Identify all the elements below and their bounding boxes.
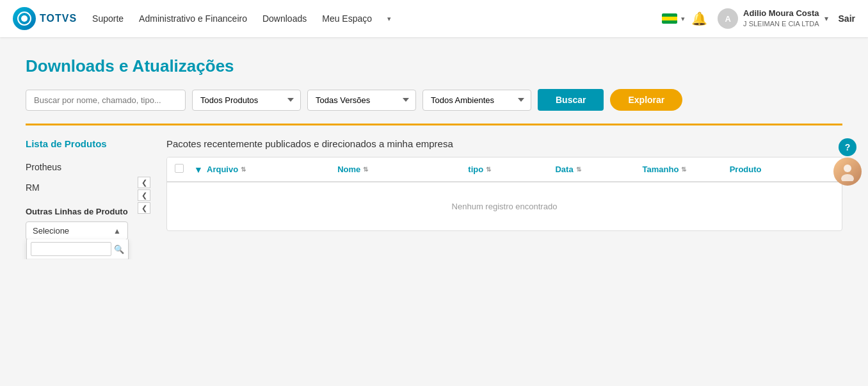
collapse-arrow-1[interactable]: ❮ <box>138 177 150 188</box>
th-nome[interactable]: Nome ⇅ <box>337 165 468 174</box>
filter-environments-select[interactable]: Todos Ambientes <box>422 90 531 111</box>
th-arquivo-label: Arquivo <box>207 165 238 174</box>
sair-button[interactable]: Sair <box>839 13 855 24</box>
logo-circle <box>13 7 36 30</box>
select-placeholder: Selecione <box>33 226 69 236</box>
buscar-button[interactable]: Buscar <box>538 89 604 111</box>
sort-down-icon: ▼ <box>194 165 203 175</box>
navbar-right: 🔔 A Adilio Moura Costa J SLEIMAN E CIA L… <box>691 8 855 29</box>
flag-icon <box>662 13 677 24</box>
filter-versions-select[interactable]: Todas Versões <box>307 90 416 111</box>
dropdown-search-icon: 🔍 <box>114 245 124 254</box>
explorar-button[interactable]: Explorar <box>610 89 682 111</box>
user-info: Adilio Moura Costa J SLEIMAN E CIA LTDA <box>743 8 819 28</box>
nav-downloads[interactable]: Downloads <box>262 13 307 24</box>
dropdown-search-input[interactable] <box>31 242 111 256</box>
flag-selector[interactable]: ▾ <box>662 13 685 24</box>
th-tamanho-label: Tamanho <box>643 165 679 174</box>
table-area: Pacotes recentemente publicados e direci… <box>166 138 842 240</box>
page-title: Downloads e Atualizações <box>26 56 842 76</box>
search-input[interactable] <box>26 90 186 111</box>
help-question-button[interactable]: ? <box>839 138 856 156</box>
select-arrow-icon: ▲ <box>113 227 121 236</box>
nav-meu-espaco[interactable]: Meu Espaço <box>322 13 372 24</box>
help-agent-avatar[interactable] <box>833 157 862 186</box>
main-content: Downloads e Atualizações Todos Produtos … <box>0 37 868 259</box>
sidebar-other-section: Outras Linhas de Produto <box>26 207 154 216</box>
orange-divider <box>26 124 842 125</box>
table-container: ▼ Arquivo ⇅ Nome ⇅ tipo ⇅ Da <box>166 157 842 231</box>
avatar: A <box>718 8 738 29</box>
sidebar-item-rm[interactable]: RM <box>26 177 154 198</box>
user-chevron-icon: ▾ <box>824 14 828 23</box>
filter-products-select[interactable]: Todos Produtos <box>192 90 301 111</box>
table-header: ▼ Arquivo ⇅ Nome ⇅ tipo ⇅ Da <box>167 157 842 182</box>
sidebar-item-protheus[interactable]: Protheus <box>26 157 154 177</box>
two-col-layout: Lista de Produtos Protheus RM Outras Lin… <box>26 138 842 240</box>
logo[interactable]: TOTVS <box>13 7 77 30</box>
dropdown-search-box: 🔍 <box>27 239 128 259</box>
nav-admin-financeiro[interactable]: Administrativo e Financeiro <box>139 13 247 24</box>
select-header[interactable]: Selecione ▲ <box>26 222 127 239</box>
navbar: TOTVS Suporte Administrativo e Financeir… <box>0 0 868 37</box>
logo-text: TOTVS <box>40 13 77 24</box>
header-checkbox[interactable] <box>175 164 184 173</box>
th-tamanho-sort-icon[interactable]: ⇅ <box>681 166 686 173</box>
th-data-sort-icon[interactable]: ⇅ <box>576 166 581 173</box>
th-nome-label: Nome <box>337 165 360 174</box>
help-widget: ? <box>833 138 862 186</box>
th-sort-icon[interactable]: ▼ <box>194 165 207 175</box>
th-tipo-label: tipo <box>468 165 483 174</box>
flag-chevron: ▾ <box>681 15 685 23</box>
th-nome-sort-icon[interactable]: ⇅ <box>363 166 368 173</box>
th-produto: Produto <box>730 165 834 174</box>
user-company: J SLEIMAN E CIA LTDA <box>743 19 819 28</box>
th-arquivo-sort-icon[interactable]: ⇅ <box>241 166 246 173</box>
svg-point-1 <box>21 15 28 22</box>
collapse-arrows: ❮ ❮ ❮ <box>138 177 150 214</box>
other-products-select[interactable]: Selecione ▲ 🔍 Plataforma Fiscal - Varejo… <box>26 221 128 240</box>
user-name: Adilio Moura Costa <box>743 8 819 19</box>
nav-suporte[interactable]: Suporte <box>92 13 124 24</box>
user-menu[interactable]: A Adilio Moura Costa J SLEIMAN E CIA LTD… <box>718 8 828 29</box>
svg-point-2 <box>844 165 851 172</box>
th-data[interactable]: Data ⇅ <box>555 165 642 174</box>
th-tipo-sort-icon[interactable]: ⇅ <box>486 166 491 173</box>
th-tipo[interactable]: tipo ⇅ <box>468 165 555 174</box>
sidebar-title: Lista de Produtos <box>26 138 154 149</box>
collapse-arrow-3[interactable]: ❮ <box>138 202 150 214</box>
svg-point-3 <box>841 174 854 181</box>
collapse-arrow-2[interactable]: ❮ <box>138 189 150 201</box>
th-checkbox[interactable] <box>175 164 194 175</box>
th-data-label: Data <box>555 165 573 174</box>
bell-icon[interactable]: 🔔 <box>691 11 707 26</box>
table-empty-message: Nenhum registro encontrado <box>167 182 842 230</box>
th-arquivo[interactable]: Arquivo ⇅ <box>207 165 337 174</box>
th-produto-label: Produto <box>730 165 762 174</box>
search-bar: Todos Produtos Todas Versões Todos Ambie… <box>26 89 842 111</box>
table-section-title: Pacotes recentemente publicados e direci… <box>166 138 842 149</box>
th-tamanho[interactable]: Tamanho ⇅ <box>643 165 730 174</box>
sidebar: Lista de Produtos Protheus RM Outras Lin… <box>26 138 154 240</box>
sidebar-dropdown: 🔍 Plataforma Fiscal - Varejo Produtos de… <box>26 239 129 259</box>
navbar-nav: Suporte Administrativo e Financeiro Down… <box>92 13 655 24</box>
